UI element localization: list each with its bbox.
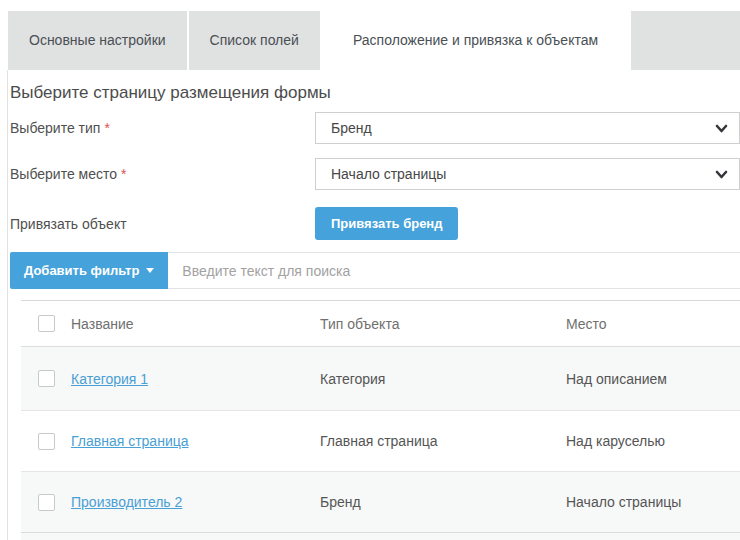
- form-row-type: Выберите тип* Бренд: [10, 112, 740, 144]
- bind-object-label: Привязать объект: [10, 216, 315, 232]
- chevron-down-icon: [715, 168, 728, 184]
- place-label-text: Выберите место: [10, 166, 117, 182]
- tab-content-panel: Выберите страницу размещения формы Выбер…: [7, 70, 740, 540]
- row-type-cell: Главная страница: [320, 433, 566, 449]
- tab-bar: Основные настройки Список полей Располож…: [8, 11, 740, 70]
- column-header-type: Тип объекта: [320, 316, 566, 332]
- row-place-cell: Над каруселью: [566, 433, 740, 449]
- row-checkbox-cell: [21, 370, 71, 387]
- required-asterisk: *: [104, 120, 109, 136]
- row-name-link[interactable]: Категория 1: [71, 371, 148, 387]
- column-header-place: Место: [566, 316, 740, 332]
- type-label: Выберите тип*: [10, 120, 315, 136]
- type-select[interactable]: Бренд: [315, 112, 740, 144]
- header-checkbox-cell: [21, 315, 71, 332]
- bindings-table: Название Тип объекта Место Категория 1 К…: [21, 300, 740, 533]
- tab-placement-binding[interactable]: Расположение и привязка к объектам: [322, 11, 629, 70]
- table-header-row: Название Тип объекта Место: [21, 301, 740, 347]
- type-select-value: Бренд: [331, 120, 372, 136]
- form-row-bind-object: Привязать объект Привязать бренд: [10, 207, 740, 240]
- select-all-checkbox[interactable]: [38, 315, 55, 332]
- tab-main-settings[interactable]: Основные настройки: [8, 11, 187, 70]
- filter-bar: Добавить фильтр: [10, 252, 740, 289]
- form-row-place: Выберите место* Начало страницы: [10, 158, 740, 190]
- table-row: Категория 1 Категория Над описанием: [21, 347, 740, 411]
- add-filter-button[interactable]: Добавить фильтр: [10, 252, 168, 289]
- place-select[interactable]: Начало страницы: [315, 158, 740, 190]
- row-checkbox[interactable]: [38, 370, 55, 387]
- bind-brand-button[interactable]: Привязать бренд: [315, 207, 458, 240]
- tab-bar-filler: [631, 11, 740, 70]
- required-asterisk: *: [121, 166, 126, 182]
- table-clipped-next-row: [21, 533, 740, 540]
- row-place-cell: Начало страницы: [566, 494, 740, 510]
- row-checkbox-cell: [21, 494, 71, 511]
- row-place-cell: Над описанием: [566, 371, 740, 387]
- table-row: Главная страница Главная страница Над ка…: [21, 411, 740, 472]
- table-row: Производитель 2 Бренд Начало страницы: [21, 472, 740, 533]
- column-header-name: Название: [71, 316, 320, 332]
- page-title: Выберите страницу размещения формы: [10, 83, 740, 103]
- chevron-down-icon: [715, 122, 728, 138]
- row-checkbox[interactable]: [38, 494, 55, 511]
- place-select-value: Начало страницы: [331, 166, 446, 182]
- row-type-cell: Бренд: [320, 494, 566, 510]
- row-name-link[interactable]: Производитель 2: [71, 494, 182, 510]
- search-input[interactable]: [168, 252, 740, 289]
- row-type-cell: Категория: [320, 371, 566, 387]
- row-checkbox[interactable]: [38, 433, 55, 450]
- tab-field-list[interactable]: Список полей: [189, 11, 320, 70]
- add-filter-button-label: Добавить фильтр: [24, 263, 139, 278]
- type-label-text: Выберите тип: [10, 120, 100, 136]
- place-label: Выберите место*: [10, 166, 315, 182]
- row-checkbox-cell: [21, 433, 71, 450]
- caret-down-icon: [146, 268, 154, 273]
- row-name-link[interactable]: Главная страница: [71, 433, 189, 449]
